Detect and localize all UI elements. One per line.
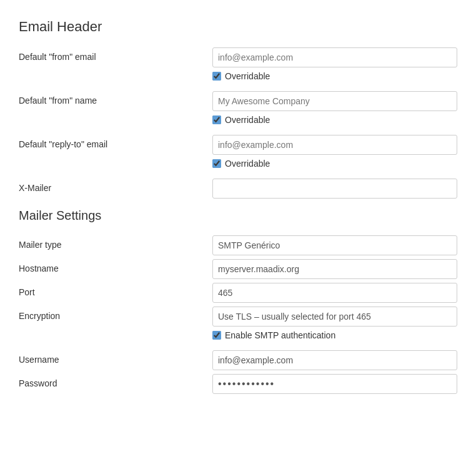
mailer-type-group: Mailer type <box>19 235 457 255</box>
port-controls <box>212 283 457 303</box>
from-email-overridable-checkbox[interactable] <box>212 72 221 81</box>
reply-to-email-label: Default "reply-to" email <box>19 135 212 149</box>
reply-to-email-overridable-wrap: Overridable <box>212 159 457 169</box>
smtp-auth-wrap: Enable SMTP authentication <box>212 330 457 340</box>
mailer-type-controls <box>212 235 457 255</box>
email-header-title: Email Header <box>19 19 457 35</box>
password-controls <box>212 374 457 394</box>
from-email-input[interactable] <box>212 47 457 67</box>
mailer-settings-title: Mailer Settings <box>19 209 457 223</box>
hostname-label: Hostname <box>19 259 212 273</box>
from-name-controls: Overridable <box>212 91 457 131</box>
encryption-controls: Enable SMTP authentication <box>212 307 457 346</box>
from-name-overridable-wrap: Overridable <box>212 115 457 125</box>
from-name-overridable-label: Overridable <box>225 115 270 125</box>
hostname-input[interactable] <box>212 259 457 279</box>
username-group: Username <box>19 350 457 370</box>
username-label: Username <box>19 350 212 365</box>
from-name-overridable-checkbox[interactable] <box>212 115 221 124</box>
password-label: Password <box>19 374 212 388</box>
password-input[interactable] <box>212 374 457 394</box>
port-label: Port <box>19 283 212 297</box>
password-group: Password <box>19 374 457 394</box>
from-email-controls: Overridable <box>212 47 457 87</box>
reply-to-email-input[interactable] <box>212 135 457 155</box>
reply-to-email-overridable-label: Overridable <box>225 159 270 169</box>
hostname-group: Hostname <box>19 259 457 279</box>
encryption-label: Encryption <box>19 307 212 321</box>
x-mailer-input[interactable] <box>212 179 457 199</box>
from-name-group: Default "from" name Overridable <box>19 91 457 131</box>
mailer-type-input[interactable] <box>212 235 457 255</box>
encryption-input[interactable] <box>212 307 457 327</box>
port-group: Port <box>19 283 457 303</box>
from-email-group: Default "from" email Overridable <box>19 47 457 87</box>
mailer-settings-divider: Mailer Settings <box>19 209 457 223</box>
from-email-overridable-wrap: Overridable <box>212 71 457 81</box>
encryption-group: Encryption Enable SMTP authentication <box>19 307 457 346</box>
from-name-label: Default "from" name <box>19 91 212 106</box>
reply-to-email-overridable-checkbox[interactable] <box>212 159 221 168</box>
x-mailer-group: X-Mailer <box>19 179 457 199</box>
username-controls <box>212 350 457 370</box>
smtp-auth-checkbox[interactable] <box>212 331 221 340</box>
from-name-input[interactable] <box>212 91 457 111</box>
smtp-auth-label: Enable SMTP authentication <box>225 330 335 340</box>
x-mailer-controls <box>212 179 457 199</box>
mailer-type-label: Mailer type <box>19 235 212 250</box>
username-input[interactable] <box>212 350 457 370</box>
reply-to-email-group: Default "reply-to" email Overridable <box>19 135 457 175</box>
port-input[interactable] <box>212 283 457 303</box>
from-email-overridable-label: Overridable <box>225 71 270 81</box>
reply-to-email-controls: Overridable <box>212 135 457 175</box>
from-email-label: Default "from" email <box>19 47 212 62</box>
x-mailer-label: X-Mailer <box>19 179 212 193</box>
hostname-controls <box>212 259 457 279</box>
